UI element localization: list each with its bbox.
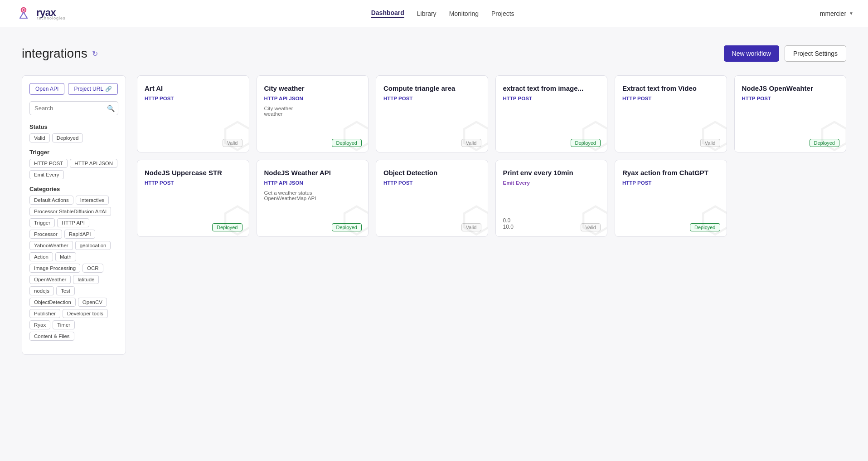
cards-grid: Art AI HTTP POST Valid ⬡ City weather HT… xyxy=(137,75,846,237)
category-tag[interactable]: ObjectDetection xyxy=(29,298,76,307)
user-menu[interactable]: mmercier ▼ xyxy=(820,10,853,17)
card[interactable]: NodeJS Uppercase STR HTTP POST Deployed … xyxy=(137,160,249,237)
trigger-label: Trigger xyxy=(29,149,118,156)
category-tag[interactable]: Image Processing xyxy=(29,264,80,273)
category-tag[interactable]: nodejs xyxy=(29,286,54,295)
page-header: integrations ↻ New workflow Project Sett… xyxy=(22,45,846,62)
card-method: HTTP API JSON xyxy=(264,96,361,101)
category-tag[interactable]: Interactive xyxy=(76,196,109,205)
status-deployed-tag[interactable]: Deployed xyxy=(52,133,83,142)
card[interactable]: NodeJS Weather API HTTP API JSON Get a w… xyxy=(257,160,369,237)
category-tag[interactable]: RapidAPI xyxy=(64,230,96,239)
category-tags: Default ActionsInteractiveProcessor Stab… xyxy=(29,196,118,341)
category-tag[interactable]: Processor StableDiffusion ArtAI xyxy=(29,207,111,216)
svg-line-1 xyxy=(20,12,24,18)
card-footer: Deployed xyxy=(212,223,242,231)
status-badge: Deployed xyxy=(332,139,362,147)
card[interactable]: Object Detection HTTP POST Valid ⬡ xyxy=(376,160,488,237)
card-title: Print env every 10min xyxy=(503,168,600,177)
search-row: 🔍 xyxy=(29,101,118,115)
card-method: HTTP POST xyxy=(145,96,242,101)
card[interactable]: Ryax action from ChatGPT HTTP POST Deplo… xyxy=(615,160,727,237)
category-tag[interactable]: Test xyxy=(56,286,75,295)
nav-library[interactable]: Library xyxy=(417,10,436,17)
card-footer: Valid xyxy=(461,138,481,147)
category-tag[interactable]: Action xyxy=(29,252,53,261)
page: integrations ↻ New workflow Project Sett… xyxy=(0,27,868,373)
open-api-button[interactable]: Open API xyxy=(29,83,64,95)
project-url-button[interactable]: Project URL 🔗 xyxy=(68,83,118,95)
categories-filter: Categories Default ActionsInteractivePro… xyxy=(29,186,118,341)
card[interactable]: Print env every 10min Emit Every 0.010.0… xyxy=(495,160,608,237)
card-footer: Deployed xyxy=(332,138,362,147)
card-title: extract text from image... xyxy=(503,84,600,93)
status-tags: Valid Deployed xyxy=(29,133,118,142)
card[interactable]: extract text from image... HTTP POST Dep… xyxy=(495,75,608,152)
nav-monitoring[interactable]: Monitoring xyxy=(449,10,479,17)
refresh-icon[interactable]: ↻ xyxy=(92,49,98,58)
card-title: Extract text from Video xyxy=(622,84,719,93)
status-badge: Deployed xyxy=(810,139,839,147)
page-title: integrations xyxy=(22,46,87,61)
card-footer: Valid xyxy=(581,223,601,231)
category-tag[interactable]: Default Actions xyxy=(29,196,73,205)
card[interactable]: City weather HTTP API JSON City weatherw… xyxy=(257,75,369,152)
category-tag[interactable]: Trigger xyxy=(29,218,55,227)
card[interactable]: Compute triangle area HTTP POST Valid ⬡ xyxy=(376,75,488,152)
card-title: Ryax action from ChatGPT xyxy=(622,168,719,177)
category-tag[interactable]: Publisher xyxy=(29,309,60,318)
category-tag[interactable]: geolocation xyxy=(75,241,111,250)
card-method: HTTP POST xyxy=(383,180,480,186)
category-tag[interactable]: Timer xyxy=(53,320,75,329)
status-badge: Deployed xyxy=(571,139,601,147)
card-method: HTTP POST xyxy=(622,180,719,186)
trigger-http-api-json-tag[interactable]: HTTP API JSON xyxy=(70,159,117,168)
new-workflow-button[interactable]: New workflow xyxy=(724,45,779,62)
nav-dashboard[interactable]: Dashboard xyxy=(371,9,404,18)
card-desc xyxy=(503,190,600,216)
logo[interactable]: ryax technologies xyxy=(15,5,66,23)
category-tag[interactable]: YahooWeather xyxy=(29,241,73,250)
card-title: Object Detection xyxy=(383,168,480,177)
main-content: Open API Project URL 🔗 🔍 Status Valid De… xyxy=(22,75,846,355)
nav-projects[interactable]: Projects xyxy=(491,10,514,17)
cards-area: Art AI HTTP POST Valid ⬡ City weather HT… xyxy=(137,75,846,355)
card[interactable]: NodeJS OpenWeahter HTTP POST Deployed ⬡ xyxy=(734,75,847,152)
category-tag[interactable]: Content & Files xyxy=(29,332,74,341)
category-tag[interactable]: Developer tools xyxy=(63,309,108,318)
category-tag[interactable]: OCR xyxy=(82,264,103,273)
category-tag[interactable]: Math xyxy=(55,252,76,261)
status-badge: Valid xyxy=(700,139,720,147)
status-badge: Valid xyxy=(461,223,481,231)
card-title: City weather xyxy=(264,84,361,93)
project-settings-button[interactable]: Project Settings xyxy=(785,45,846,62)
card[interactable]: Extract text from Video HTTP POST Valid … xyxy=(615,75,727,152)
card-footer: Valid xyxy=(461,223,481,231)
search-input[interactable] xyxy=(29,101,118,115)
trigger-tags: HTTP POST HTTP API JSON Emit Every xyxy=(29,159,118,179)
trigger-http-post-tag[interactable]: HTTP POST xyxy=(29,159,68,168)
card-method: HTTP POST xyxy=(145,180,242,186)
card-footer: Deployed xyxy=(690,223,720,231)
category-tag[interactable]: OpenCV xyxy=(78,298,107,307)
card-method: HTTP API JSON xyxy=(264,180,361,186)
logo-sub: technologies xyxy=(37,16,66,20)
category-tag[interactable]: HTTP API xyxy=(57,218,89,227)
card-footer: Valid xyxy=(223,138,242,147)
card[interactable]: Art AI HTTP POST Valid ⬡ xyxy=(137,75,249,152)
status-badge: Valid xyxy=(223,139,242,147)
category-tag[interactable]: Ryax xyxy=(29,320,50,329)
svg-line-2 xyxy=(24,12,27,18)
category-tag[interactable]: latitude xyxy=(73,275,99,284)
status-badge: Deployed xyxy=(212,223,242,231)
card-footer: Deployed xyxy=(571,138,601,147)
user-dropdown-icon: ▼ xyxy=(849,11,853,16)
status-label: Status xyxy=(29,123,118,130)
trigger-emit-every-tag[interactable]: Emit Every xyxy=(29,170,64,179)
category-tag[interactable]: Processor xyxy=(29,230,62,239)
status-valid-tag[interactable]: Valid xyxy=(29,133,50,142)
status-badge: Valid xyxy=(581,223,601,231)
svg-point-4 xyxy=(23,9,25,11)
category-tag[interactable]: OpenWeather xyxy=(29,275,71,284)
card-title: NodeJS Weather API xyxy=(264,168,361,177)
